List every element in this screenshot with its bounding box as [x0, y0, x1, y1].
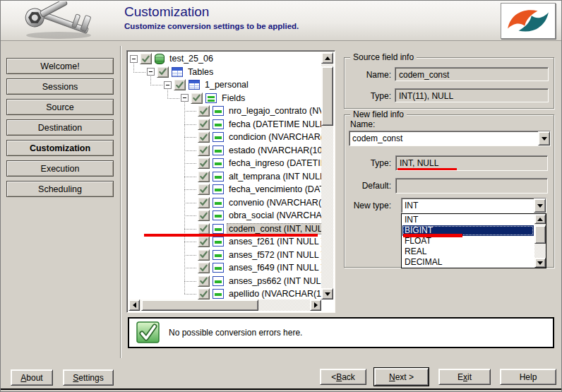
checkbox[interactable]	[198, 197, 210, 208]
scroll-track[interactable]	[321, 64, 333, 288]
scroll-down-button[interactable]	[321, 288, 333, 299]
about-button[interactable]: About	[11, 369, 53, 386]
type-option[interactable]: FLOAT	[402, 236, 534, 247]
checkbox[interactable]	[191, 93, 203, 104]
tree-connector	[184, 177, 197, 177]
tree-row[interactable]: obra_social (NVARCHAR(5	[128, 209, 321, 222]
tree-connector	[167, 98, 180, 99]
scroll-up-button[interactable]	[534, 214, 546, 224]
type-option[interactable]: DECIMAL	[402, 257, 534, 268]
back-button[interactable]: < Back	[320, 369, 366, 385]
checkbox[interactable]	[198, 184, 210, 195]
checkbox[interactable]	[140, 53, 152, 64]
scroll-down-button[interactable]	[534, 258, 546, 268]
checkbox[interactable]	[198, 249, 210, 261]
checkbox[interactable]	[198, 145, 210, 156]
wizard-window: Customization Customize conversion setti…	[0, 0, 562, 392]
tree-connector	[184, 189, 197, 190]
tree-row[interactable]: anses_ps662 (INT NULL )	[128, 275, 321, 288]
sidebar-item-execution[interactable]: Execution	[6, 160, 114, 177]
status-message: No possible conversion errors here.	[169, 319, 302, 347]
checkbox[interactable]	[198, 275, 210, 287]
scroll-left-button[interactable]	[128, 299, 140, 311]
sidebar-item-source[interactable]: Source	[6, 99, 114, 115]
checkbox[interactable]	[198, 105, 210, 117]
dropdown-scrollbar[interactable]	[534, 214, 546, 268]
tree-row[interactable]: anses_f572 (INT NULL )	[128, 249, 321, 262]
scroll-track[interactable]	[140, 299, 310, 311]
tree-row[interactable]: estado (NVARCHAR(10) NU	[128, 144, 321, 158]
schema-tree-panel: test_25_06 Tables 1_personal Fields nro_…	[126, 50, 335, 313]
tree-row[interactable]: Tables	[128, 66, 321, 79]
dropdown-arrow-button[interactable]	[538, 131, 550, 145]
checkbox[interactable]	[198, 288, 210, 299]
next-button[interactable]: Next >	[374, 368, 429, 386]
tree-horizontal-scrollbar[interactable]	[128, 299, 321, 311]
checkbox[interactable]	[198, 223, 210, 234]
tree-row[interactable]: fecha_vencimiento (DATET	[128, 183, 321, 196]
annotation-underline-type	[397, 168, 457, 171]
checkbox[interactable]	[198, 171, 210, 182]
exit-button[interactable]: Exit	[438, 369, 491, 385]
brand-logo	[501, 3, 556, 39]
tree-item-label: nro_legajo_contrato (NVAR	[227, 105, 321, 117]
tree-connector	[184, 203, 197, 203]
tree-row[interactable]: anses_f261 (INT NULL )	[128, 235, 321, 249]
tree-row[interactable]: alt_temprana (INT NULL )	[128, 170, 321, 184]
sidebar-item-destination[interactable]: Destination	[6, 119, 114, 136]
sidebar-item-customization[interactable]: Customization	[6, 140, 114, 156]
tree-row[interactable]: apellido (NVARCHAR(100)	[128, 287, 321, 299]
scroll-track[interactable]	[534, 224, 546, 258]
scroll-right-button[interactable]	[310, 299, 321, 311]
sidebar-item-scheduling[interactable]: Scheduling	[6, 181, 114, 197]
scroll-thumb[interactable]	[141, 299, 258, 311]
new-type-combobox[interactable]: INT	[401, 198, 546, 213]
tree-connector	[184, 215, 197, 216]
checkbox[interactable]	[174, 79, 186, 90]
tree-connector	[184, 294, 197, 295]
scroll-up-button[interactable]	[321, 52, 333, 64]
new-field-info-group: New field info Name: codem_const Type: I…	[344, 114, 554, 268]
checkbox[interactable]	[157, 66, 169, 78]
settings-button[interactable]: Settings	[63, 369, 114, 386]
scroll-thumb[interactable]	[534, 225, 546, 244]
tree-row[interactable]: codem_const (INT, NULL)	[128, 222, 321, 236]
header: Customization Customize conversion setti…	[1, 1, 561, 41]
type-option[interactable]: INT	[402, 215, 534, 225]
tree-row[interactable]: Fields	[128, 92, 321, 105]
tree-row[interactable]: 1_personal	[128, 78, 321, 92]
collapse-toggle-icon[interactable]	[130, 55, 138, 63]
help-button[interactable]: Help	[500, 369, 556, 385]
sidebar-item-label: Source	[46, 102, 74, 112]
tree-row[interactable]: fecha (DATETIME NULL )	[128, 118, 321, 131]
label-part: <	[331, 372, 336, 382]
tree-row[interactable]: convenio (NVARCHAR(50)	[128, 196, 321, 210]
checkbox[interactable]	[198, 236, 210, 247]
tools-icon	[15, 1, 100, 40]
type-option[interactable]: REAL	[402, 247, 534, 257]
table-icon	[189, 80, 200, 90]
sidebar-item-sessions[interactable]: Sessions	[6, 78, 114, 95]
dropdown-arrow-button[interactable]	[534, 198, 546, 213]
checkbox[interactable]	[198, 119, 210, 130]
new-name-combobox[interactable]: codem_const	[349, 131, 551, 146]
checkbox[interactable]	[198, 158, 210, 169]
tree-row[interactable]: anses_f649 (INT NULL )	[128, 261, 321, 275]
collapse-toggle-icon[interactable]	[181, 94, 189, 102]
label-part: N	[389, 372, 395, 382]
tree-row[interactable]: test_25_06	[128, 52, 321, 66]
scroll-thumb[interactable]	[321, 66, 333, 126]
field-icon	[213, 184, 224, 194]
collapse-toggle-icon[interactable]	[147, 68, 155, 76]
tree-row[interactable]: condicion (NVARCHAR(50)	[128, 131, 321, 144]
checkbox[interactable]	[198, 262, 210, 273]
tree-row[interactable]: nro_legajo_contrato (NVAR	[128, 105, 321, 118]
new-type-dropdown-list: INTBIGINTFLOATREALDECIMAL	[401, 213, 546, 268]
sidebar-item-welcome[interactable]: Welcome!	[6, 58, 114, 74]
checkbox[interactable]	[198, 131, 210, 143]
tree-row[interactable]: fecha_ingreso (DATETIME	[128, 157, 321, 170]
tree-connector	[133, 72, 146, 73]
tree-vertical-scrollbar[interactable]	[321, 52, 333, 299]
checkbox[interactable]	[198, 210, 210, 221]
collapse-toggle-icon[interactable]	[164, 81, 172, 89]
